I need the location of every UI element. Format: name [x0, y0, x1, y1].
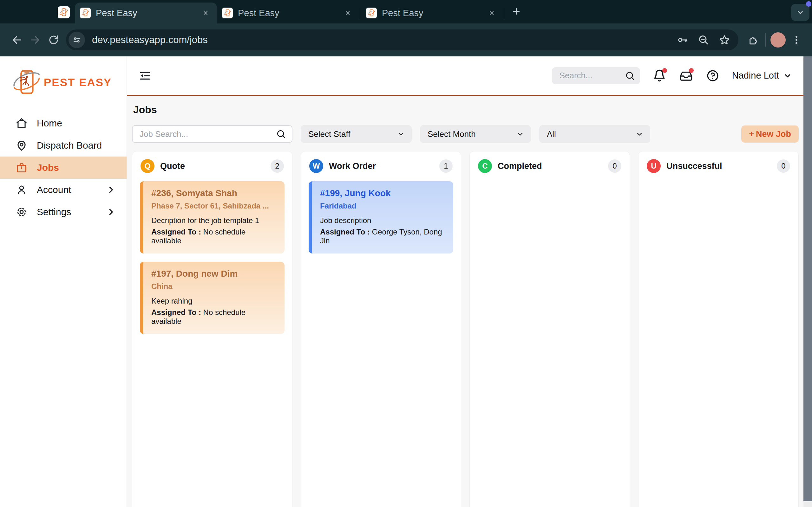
sidebar-item-settings[interactable]: Settings [0, 201, 126, 223]
job-search[interactable] [132, 125, 293, 143]
month-select-value: Select Month [427, 129, 476, 139]
chevron-down-icon [783, 71, 792, 80]
sidebar-item-dispatch-board[interactable]: Dispatch Board [0, 134, 126, 157]
inbox-badge-dot [689, 68, 694, 73]
sidebar-item-jobs[interactable]: Jobs [0, 157, 126, 179]
job-card[interactable]: #199, Jung Kook Faridabad Job descriptio… [309, 181, 453, 253]
column-cards [470, 180, 629, 189]
column-count: 0 [608, 159, 621, 173]
tab-favicon [222, 8, 233, 18]
help-button[interactable] [705, 68, 720, 83]
collapse-sidebar-button[interactable] [136, 67, 154, 84]
zoom-out-icon[interactable] [698, 34, 709, 46]
job-card-title: #199, Jung Kook [320, 188, 445, 199]
staff-select[interactable]: Select Staff [301, 125, 412, 143]
month-select[interactable]: Select Month [420, 125, 531, 143]
column-work-order: W Work Order 1 #199, Jung Kook Faridabad… [301, 151, 461, 507]
chevron-down-icon [516, 130, 525, 138]
sidebar-item-account[interactable]: Account [0, 179, 126, 201]
job-card-location: Faridabad [320, 202, 445, 210]
sidebar-item-home[interactable]: Home [0, 112, 126, 134]
job-card-description: Job description [320, 216, 445, 225]
job-card-assigned: Assigned To : No schedule available [151, 228, 276, 245]
profile-button[interactable] [769, 31, 787, 49]
chevron-down-icon [796, 8, 805, 17]
tab-separator [360, 8, 360, 18]
column-completed: C Completed 0 [469, 151, 630, 507]
column-badge: C [478, 159, 492, 173]
main-area: Nadine Lott Jobs Select Staff [127, 56, 812, 507]
staff-select-value: Select Staff [308, 129, 351, 139]
pesteasy-logo-icon [12, 68, 41, 97]
job-card-location: Phase 7, Sector 61, Sahibzada ... [151, 202, 276, 210]
column-badge: U [647, 159, 661, 173]
user-menu[interactable]: Nadine Lott [732, 70, 792, 81]
chevron-down-icon [635, 130, 644, 138]
back-arrow-icon [11, 34, 23, 46]
type-select-value: All [547, 129, 556, 139]
tab-close-icon[interactable] [199, 7, 212, 19]
home-icon [15, 117, 28, 130]
scrollbar-thumb[interactable] [803, 56, 812, 501]
notifications-button[interactable] [652, 68, 667, 83]
sidebar-item-label: Home [37, 118, 62, 129]
sidebar-item-label: Jobs [37, 162, 59, 173]
tab-title: Pest Easy [382, 8, 423, 18]
sidebar-item-label: Account [37, 184, 71, 195]
gear-icon [15, 206, 28, 218]
column-label: Work Order [329, 161, 376, 171]
global-search[interactable] [552, 67, 640, 84]
briefcase-icon [15, 161, 28, 174]
plus-icon [512, 7, 521, 16]
job-search-input[interactable] [139, 129, 276, 139]
back-button[interactable] [8, 31, 26, 49]
page-title: Jobs [133, 104, 799, 116]
browser-window: Pest Easy Pest Easy [0, 0, 812, 507]
job-card[interactable]: #197, Dong new Dim China Keep rahing Ass… [140, 262, 285, 334]
reload-button[interactable] [44, 31, 63, 49]
browser-menu-button[interactable] [787, 31, 806, 49]
extensions-button[interactable] [744, 31, 762, 49]
tab-favicon [80, 8, 91, 18]
bookmark-star-icon[interactable] [719, 34, 730, 46]
address-bar[interactable]: dev.pesteasyapp.com/jobs [66, 30, 739, 50]
site-settings-button[interactable] [68, 32, 85, 48]
user-name: Nadine Lott [732, 70, 779, 81]
url-text[interactable]: dev.pesteasyapp.com/jobs [92, 34, 208, 46]
type-select[interactable]: All [539, 125, 650, 143]
filter-bar: Select Staff Select Month All [132, 125, 799, 143]
tune-icon [72, 35, 82, 45]
column-header: W Work Order 1 [301, 152, 461, 180]
header-actions: Nadine Lott [552, 67, 792, 84]
chevron-down-icon [397, 130, 405, 138]
tab-search-button[interactable] [791, 4, 809, 21]
kanban-board: Q Quote 2 #236, Somyata Shah Phase 7, Se… [132, 151, 799, 507]
sidebar-nav: Home Dispatch Board Jobs [0, 112, 126, 223]
pinned-tab[interactable] [58, 6, 70, 18]
new-job-button[interactable]: + New Job [741, 125, 799, 143]
help-circle-icon [706, 69, 719, 82]
forward-button[interactable] [26, 31, 44, 49]
browser-tab-2[interactable]: Pest Easy [217, 3, 359, 23]
app-logo[interactable]: PEST EASY [0, 56, 126, 97]
job-card[interactable]: #236, Somyata Shah Phase 7, Sector 61, S… [140, 181, 285, 253]
page-scrollbar[interactable] [803, 56, 812, 507]
toolbar-separator [765, 33, 766, 47]
job-card-assigned: Assigned To : No schedule available [151, 308, 276, 326]
column-badge: Q [141, 159, 154, 173]
new-tab-button[interactable] [508, 3, 525, 20]
browser-tab-3[interactable]: Pest Easy [361, 3, 503, 23]
browser-tab-1[interactable]: Pest Easy [75, 3, 217, 23]
column-header: Q Quote 2 [132, 152, 292, 180]
assigned-label: Assigned To : [320, 228, 370, 236]
inbox-button[interactable] [679, 68, 693, 83]
browser-tab-bar: Pest Easy Pest Easy [0, 0, 812, 23]
global-search-input[interactable] [559, 70, 625, 81]
password-key-icon[interactable] [677, 34, 688, 46]
tab-close-icon[interactable] [485, 7, 498, 19]
app-header: Nadine Lott [127, 56, 812, 96]
column-header: U Unsuccessful 0 [639, 152, 798, 180]
column-quote: Q Quote 2 #236, Somyata Shah Phase 7, Se… [132, 151, 293, 507]
tab-close-icon[interactable] [341, 7, 354, 19]
column-header: C Completed 0 [470, 152, 629, 180]
